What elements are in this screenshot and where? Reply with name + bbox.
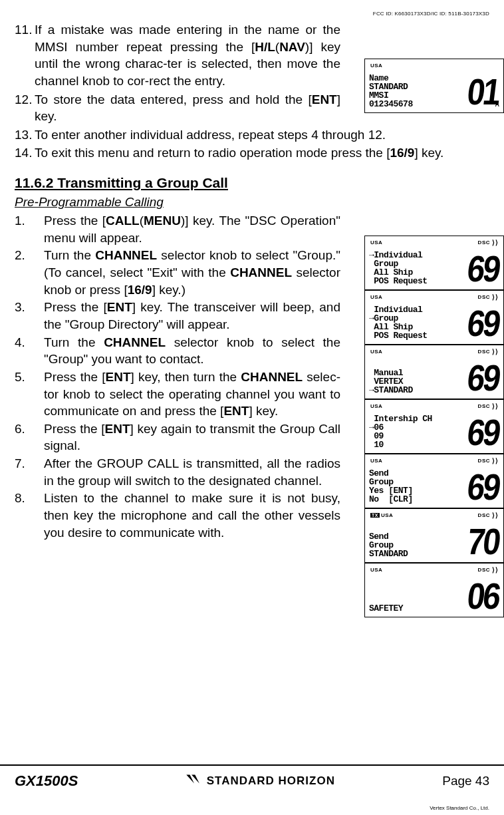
brand-logo-icon: [186, 772, 203, 790]
sub-heading: Pre-Programmable Calling: [15, 194, 489, 211]
antenna-icon: ⟩⟩: [492, 566, 498, 575]
lcd-usa-indicator: USA: [370, 458, 382, 464]
step-number: 4.: [15, 334, 44, 368]
step-number: 7.: [15, 455, 44, 489]
step-number: 2.: [15, 247, 44, 298]
page-footer: GX1500S STANDARD HORIZON Page 43: [0, 764, 504, 791]
list-number: 12.: [15, 91, 35, 125]
antenna-icon: ⟩⟩: [492, 402, 498, 411]
antenna-icon: ⟩⟩: [492, 293, 498, 302]
lcd-usa-indicator: USA: [370, 567, 382, 573]
step-text: Press the [CALL(MENU)] key. The "DSC Ope…: [44, 212, 340, 246]
section-heading: 11.6.2 Transmitting a Group Call: [15, 174, 489, 192]
lcd-text: →Individual Group All Ship POS Request: [369, 251, 465, 285]
step-text: Press the [ENT] key. The transceiver wil…: [44, 299, 340, 333]
tx-indicator: TX: [370, 513, 380, 518]
lcd-usa-indicator: USA: [370, 349, 382, 355]
step-number: 1.: [15, 212, 44, 246]
list-number: 14.: [15, 144, 35, 162]
lcd-dsc-indicator: DSC: [478, 458, 490, 465]
lcd-screen-2: USADSC⟩⟩ Manual VERTEX →STANDARD69: [364, 345, 504, 399]
step-text: Listen to the channel to make sure it is…: [44, 490, 340, 541]
step-text: Turn the CHANNEL selector knob to select…: [44, 247, 340, 298]
lcd-dsc-indicator: DSC: [478, 349, 490, 356]
antenna-icon: ⟩⟩: [492, 347, 498, 357]
step-text: Press the [ENT] key, then turn the CHANN…: [44, 369, 340, 420]
fcc-id: FCC ID: K6630173X3D/IC ID: 511B-30173X3D: [373, 11, 489, 18]
lcd-text: Individual →Group All Ship POS Request: [369, 305, 465, 340]
brand-text: STANDARD HORIZON: [207, 774, 335, 789]
lcd-channel-suffix: A: [495, 100, 500, 108]
lcd-screen-4: USADSC⟩⟩Send Group Yes [ENT] No [CLR]69: [364, 454, 504, 508]
lcd-usa-indicator: USA: [370, 240, 382, 245]
lcd-dsc-indicator: DSC: [478, 512, 490, 520]
lcd-dsc-indicator: DSC: [478, 403, 490, 410]
list-number: 13.: [15, 126, 35, 144]
lcd-big-number: 69: [465, 309, 503, 340]
lcd-big-number: 69: [465, 363, 503, 395]
lcd-usa-indicator: USA: [381, 512, 393, 518]
step-text: Press the [ENT] key again to transmit th…: [44, 420, 340, 454]
lcd-usa-indicator: USA: [370, 294, 382, 300]
step-text: After the GROUP CALL is transmitted, all…: [44, 455, 340, 489]
lcd-text: Send Group Yes [ENT] No [CLR]: [369, 469, 465, 504]
step-number: 5.: [15, 369, 44, 420]
lcd-big-number: 69: [465, 254, 503, 285]
lcd-big-number: 69: [465, 472, 503, 504]
vendor-line: Vertex Standard Co., Ltd.: [430, 805, 489, 812]
lcd-screen-1: USADSC⟩⟩ Individual →Group All Ship POS …: [364, 290, 504, 345]
lcd-dsc-indicator: DSC: [478, 240, 490, 247]
lcd-big-number: 06: [465, 581, 503, 613]
lcd-screen-0: USADSC⟩⟩→Individual Group All Ship POS R…: [364, 236, 504, 290]
list-text: To enter another individual address, rep…: [35, 126, 489, 144]
step-number: 6.: [15, 420, 44, 454]
step-number: 3.: [15, 299, 44, 333]
step-text: Turn the CHANNEL selector knob to select…: [44, 334, 340, 368]
lcd-big-number: 70: [465, 527, 503, 558]
lcd-screen-3: USADSC⟩⟩ Intership CH →06 09 1069: [364, 399, 504, 454]
lcd-text: Manual VERTEX →STANDARD: [369, 360, 465, 395]
lcd-text: Name STANDARD MMSI 012345678: [369, 74, 465, 108]
page-number: Page 43: [442, 772, 489, 790]
antenna-icon: ⟩⟩: [492, 511, 498, 520]
lcd-text: Intership CH →06 09 10: [369, 414, 465, 449]
lcd-big-number: 69: [465, 418, 503, 449]
lcd-screen-name-mmsi: USA Name STANDARD MMSI 012345678 01 A: [364, 59, 504, 113]
lcd-screen-5: TXUSADSC⟩⟩Send Group STANDARD 70: [364, 508, 504, 563]
antenna-icon: ⟩⟩: [492, 238, 498, 247]
step-number: 8.: [15, 490, 44, 541]
lcd-text: SAFETEY: [369, 578, 465, 613]
lcd-screen-6: USADSC⟩⟩ SAFETEY06: [364, 563, 504, 617]
lcd-text: Send Group STANDARD: [369, 532, 465, 558]
lcd-usa-indicator: USA: [370, 403, 382, 409]
model-number: GX1500S: [15, 771, 78, 791]
lcd-dsc-indicator: DSC: [478, 294, 490, 301]
list-text: To exit this menu and return to radio op…: [35, 144, 489, 162]
lcd-usa-indicator: USA: [370, 63, 382, 70]
antenna-icon: ⟩⟩: [492, 456, 498, 466]
lcd-dsc-indicator: DSC: [478, 567, 490, 574]
list-number: 11.: [15, 21, 35, 90]
